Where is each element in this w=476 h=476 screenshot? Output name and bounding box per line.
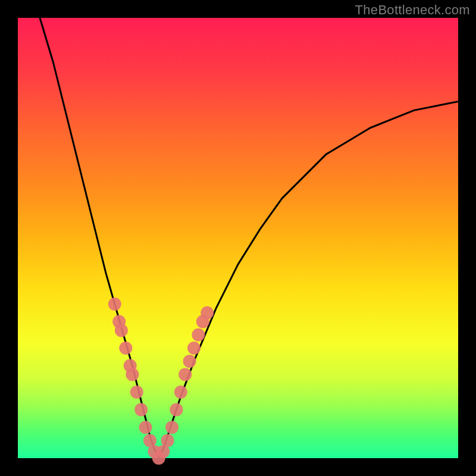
highlight-dot xyxy=(130,386,143,399)
highlight-dot xyxy=(192,328,205,342)
highlight-dot xyxy=(170,403,183,416)
highlight-dot xyxy=(165,421,178,434)
chart-frame: TheBottleneck.com xyxy=(0,0,476,476)
highlight-dot xyxy=(126,368,139,381)
highlight-dot xyxy=(187,342,201,355)
highlight-dot xyxy=(183,355,196,368)
chart-svg xyxy=(18,18,458,458)
plot-area xyxy=(18,18,458,458)
highlight-dot xyxy=(108,298,121,311)
bottleneck-curve xyxy=(40,18,458,458)
watermark-label: TheBottleneck.com xyxy=(355,2,470,18)
highlight-dot xyxy=(119,342,132,355)
highlight-dot xyxy=(174,386,187,399)
highlight-dot xyxy=(161,434,174,447)
highlight-dots-group xyxy=(108,298,214,465)
highlight-dot xyxy=(134,403,148,416)
highlight-dot xyxy=(139,421,152,434)
highlight-dot xyxy=(201,306,214,320)
highlight-dot xyxy=(115,324,128,337)
highlight-dot xyxy=(178,368,192,381)
